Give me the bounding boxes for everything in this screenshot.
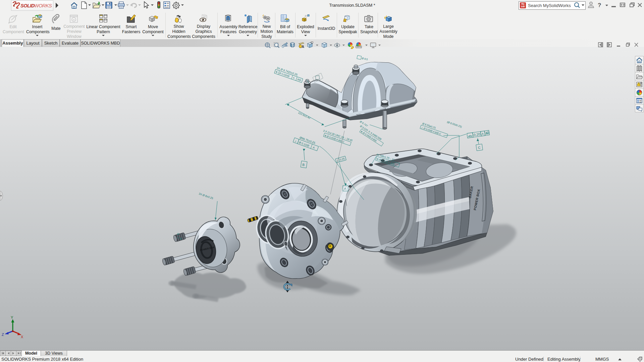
svg-text:?: ? [598,2,601,8]
svg-text:⊥: ⊥ [294,139,298,143]
svg-text:⊕: ⊕ [275,70,278,74]
svg-text:(Ø 8.5500.25): (Ø 8.5500.25) [446,120,462,128]
svg-text:A: A [481,132,484,136]
svg-text:BⓂ: BⓂ [297,78,302,81]
svg-text:C: C [478,145,481,149]
svg-text:A: A [292,76,295,79]
svg-text:Ø 8.5: Ø 8.5 [362,57,368,61]
svg-text:M: M [487,132,489,134]
svg-text:⊥: ⊥ [336,159,339,162]
svg-text:!: ! [344,19,345,22]
svg-text:X: X [21,335,23,339]
svg-text:A: A [344,187,346,190]
svg-text:A: A [312,146,315,149]
svg-text:3X Ø 8±0.25: 3X Ø 8±0.25 [198,192,214,200]
svg-text:Z: Z [2,333,4,337]
svg-text:110.9±0.40: 110.9±0.40 [298,111,311,120]
svg-text:SOLID: SOLID [20,3,35,8]
svg-text:A: A [302,45,304,49]
svg-text:Y: Y [11,315,13,319]
svg-text:0.20: 0.20 [474,132,481,137]
svg-text:WORKS: WORKS [34,3,52,8]
svg-text:B: B [302,163,305,167]
